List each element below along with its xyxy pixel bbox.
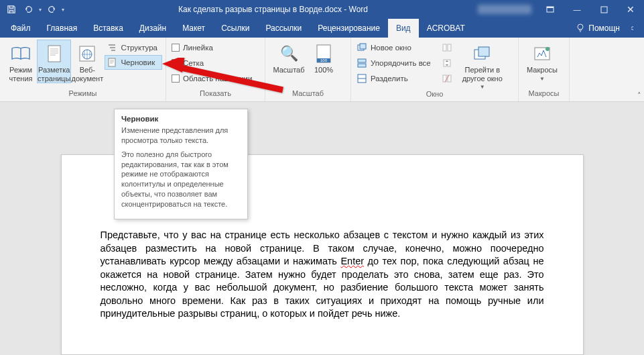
outline-label: Структура — [121, 44, 157, 52]
side-by-side-icon — [442, 42, 452, 53]
ribbon-display-icon[interactable] — [537, 0, 564, 19]
document-title: Как сделать разрыв страницы в Ворде.docx… — [68, 5, 478, 14]
page-100-icon: 100 — [313, 43, 334, 64]
modes-group-label: Режимы — [0, 89, 166, 101]
macros-button[interactable]: Макросы ▼ — [523, 40, 562, 82]
new-window-icon — [357, 42, 367, 53]
minimize-icon[interactable]: — — [564, 0, 590, 19]
macros-group-label: Макросы — [519, 89, 569, 101]
print-layout-label: Разметка страницы — [38, 66, 70, 83]
tell-me[interactable]: Помощн — [575, 23, 620, 34]
tooltip-draft: Черновик Изменение представления для про… — [114, 109, 248, 219]
paragraph[interactable]: Представьте, что у вас на странице есть … — [101, 229, 544, 321]
globe-icon — [76, 43, 98, 64]
svg-rect-4 — [48, 46, 60, 62]
lightbulb-icon — [575, 23, 586, 34]
page-icon — [44, 43, 65, 64]
zoom-100-button[interactable]: 100 100% — [308, 40, 339, 74]
svg-point-3 — [578, 24, 583, 30]
magnifier-icon: 🔍 — [278, 43, 300, 64]
arrange-all-button[interactable]: Упорядочить все — [355, 56, 435, 70]
tab-acrobat[interactable]: ACROBAT — [419, 19, 473, 38]
web-layout-label: Веб-документ — [70, 66, 104, 83]
account-area — [478, 5, 531, 14]
redo-icon[interactable] — [44, 2, 59, 17]
gridlines-label: Сетка — [183, 59, 204, 67]
svg-rect-30 — [478, 47, 489, 56]
quick-access-toolbar: ▾ ▾ — [0, 2, 68, 17]
maximize-icon[interactable] — [590, 0, 617, 19]
window-group-label: Окно — [351, 90, 518, 101]
tab-view[interactable]: Вид — [388, 19, 419, 38]
tab-home[interactable]: Главная — [39, 19, 86, 38]
reset-pos-icon — [442, 73, 452, 84]
sync-scroll-button[interactable] — [440, 56, 456, 70]
share-icon[interactable] — [627, 23, 637, 34]
new-window-button[interactable]: Новое окно — [355, 40, 435, 55]
reset-position-button[interactable] — [440, 71, 456, 86]
undo-icon[interactable] — [21, 2, 36, 17]
show-group-label: Показать — [166, 89, 265, 101]
draft-button[interactable]: Черновик — [105, 55, 162, 70]
print-layout-button[interactable]: Разметка страницы — [37, 40, 71, 83]
split-icon — [357, 73, 367, 84]
ruler-checkbox[interactable]: Линейка — [170, 40, 256, 55]
draft-label: Черновик — [121, 58, 155, 66]
zoom-100-label: 100% — [314, 66, 333, 74]
title-bar: ▾ ▾ Как сделать разрыв страницы в Ворде.… — [0, 0, 644, 19]
arrange-icon — [357, 58, 367, 68]
window-controls: — ✕ — [537, 0, 644, 19]
switch-windows-icon — [472, 43, 493, 64]
ruler-label: Линейка — [183, 44, 213, 52]
text-enter: Enter — [340, 256, 364, 266]
split-button[interactable]: Разделить — [355, 71, 435, 86]
qat-customize-icon[interactable]: ▾ — [62, 7, 64, 13]
svg-rect-24 — [443, 44, 446, 51]
tooltip-line1: Изменение представления для просмотра то… — [121, 125, 241, 146]
tab-references[interactable]: Ссылки — [213, 19, 257, 38]
arrange-all-label: Упорядочить все — [371, 59, 431, 67]
read-mode-label: Режим чтения — [4, 66, 38, 83]
svg-rect-11 — [109, 58, 115, 66]
svg-rect-19 — [360, 44, 366, 49]
tell-me-label: Помощн — [588, 23, 620, 33]
gridlines-checkbox[interactable]: Сетка — [170, 56, 256, 70]
read-mode-button[interactable]: Режим чтения — [4, 40, 38, 83]
collapse-ribbon-icon[interactable]: ˄ — [637, 91, 641, 100]
svg-rect-21 — [358, 64, 366, 67]
tab-layout[interactable]: Макет — [174, 19, 213, 38]
svg-point-32 — [545, 47, 550, 51]
tab-insert[interactable]: Вставка — [85, 19, 131, 38]
side-by-side-button[interactable] — [440, 40, 456, 55]
book-icon — [10, 43, 31, 64]
svg-text:100: 100 — [320, 58, 328, 62]
switch-windows-button[interactable]: Перейти в другое окно ▼ — [459, 40, 506, 90]
document-area: Представьте, что у вас на странице есть … — [0, 102, 644, 355]
sync-scroll-icon — [442, 58, 452, 68]
checkbox-icon — [172, 44, 180, 52]
tab-mailings[interactable]: Рассылки — [257, 19, 310, 38]
close-icon[interactable]: ✕ — [617, 0, 644, 19]
svg-rect-1 — [547, 7, 554, 8]
web-layout-button[interactable]: Веб-документ — [70, 40, 104, 83]
macros-icon — [531, 43, 553, 64]
qat-dropdown-icon[interactable]: ▾ — [39, 7, 42, 13]
split-label: Разделить — [371, 74, 408, 83]
outline-icon — [107, 42, 117, 53]
tab-design[interactable]: Дизайн — [131, 19, 174, 38]
svg-rect-25 — [448, 44, 451, 51]
new-window-label: Новое окно — [371, 44, 411, 52]
svg-rect-20 — [358, 59, 366, 62]
chevron-down-icon: ▼ — [539, 76, 545, 82]
ribbon: Режим чтения Разметка страницы Веб-докум… — [0, 38, 644, 102]
save-icon[interactable] — [4, 2, 19, 17]
tooltip-title: Черновик — [121, 115, 241, 123]
navpane-checkbox[interactable]: Область навигации — [170, 71, 256, 86]
outline-button[interactable]: Структура — [105, 40, 162, 55]
switch-windows-label: Перейти в другое окно — [459, 66, 506, 83]
tab-file[interactable]: Файл — [3, 19, 39, 38]
checkbox-icon — [172, 74, 180, 83]
zoom-button[interactable]: 🔍 Масштаб — [269, 40, 308, 74]
svg-rect-2 — [601, 7, 607, 13]
tab-review[interactable]: Рецензирование — [310, 19, 388, 38]
